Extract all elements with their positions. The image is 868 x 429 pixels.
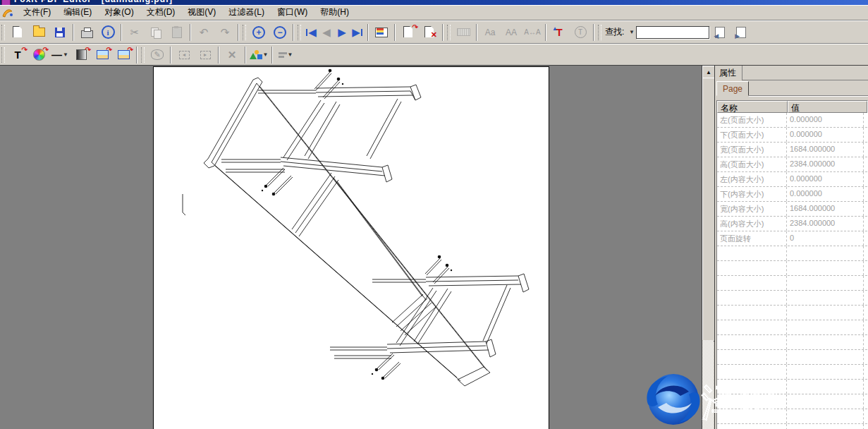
menu-filter[interactable]: 过滤器(L) bbox=[222, 5, 271, 20]
document-info-button[interactable]: i bbox=[97, 23, 118, 42]
menu-object[interactable]: 对象(O) bbox=[98, 5, 140, 20]
empty-row[interactable] bbox=[717, 320, 867, 335]
empty-row[interactable] bbox=[717, 276, 867, 291]
open-folder-icon bbox=[33, 28, 45, 37]
line-style-button[interactable]: —▼ bbox=[49, 46, 71, 64]
page-thumbnails-button[interactable] bbox=[371, 23, 392, 42]
edit-shading-button[interactable] bbox=[71, 46, 92, 64]
new-document-button[interactable] bbox=[7, 23, 28, 42]
zoom-out-icon: − bbox=[274, 26, 286, 39]
find-options-dropdown[interactable]: ▼ bbox=[626, 23, 636, 42]
tab-page[interactable]: Page bbox=[716, 81, 749, 96]
toolbar-grip[interactable] bbox=[598, 25, 601, 40]
toolbar-grip[interactable] bbox=[243, 25, 246, 40]
add-text-button[interactable]: T▲ bbox=[549, 23, 570, 42]
pdf-page[interactable] bbox=[153, 66, 549, 429]
find-next-icon: ▶ bbox=[736, 27, 746, 38]
touchup-object-button[interactable]: ✎ bbox=[147, 46, 168, 64]
empty-row[interactable] bbox=[717, 350, 867, 365]
table-row[interactable]: 高(页面大小) 2384.000000 bbox=[717, 157, 867, 172]
edit-text-button[interactable]: T bbox=[7, 46, 28, 64]
first-page-button[interactable]: ◀ bbox=[303, 23, 319, 42]
empty-row[interactable] bbox=[717, 291, 867, 306]
find-previous-button[interactable]: ◀ bbox=[709, 23, 731, 42]
row-filler bbox=[864, 335, 867, 349]
table-row[interactable]: 下(内容大小) 0.000000 bbox=[717, 187, 867, 202]
header-name[interactable]: 名称 bbox=[717, 101, 788, 113]
scrollbar-track[interactable] bbox=[702, 340, 714, 429]
menu-view[interactable]: 视图(V) bbox=[181, 5, 222, 20]
table-row[interactable]: 宽(内容大小) 1684.000000 bbox=[717, 202, 867, 217]
next-page-button[interactable]: ▶ bbox=[334, 23, 350, 42]
table-row[interactable]: 页面旋转 0 bbox=[717, 231, 867, 246]
replace-image-button[interactable] bbox=[113, 46, 134, 64]
copy-button[interactable] bbox=[145, 23, 166, 42]
table-row[interactable]: 高(内容大小) 2384.000000 bbox=[717, 217, 867, 231]
toolbar-grip[interactable] bbox=[1, 25, 5, 40]
find-input[interactable] bbox=[636, 26, 709, 39]
scrollbar-thumb[interactable] bbox=[702, 78, 715, 342]
last-page-button[interactable]: ▶ bbox=[350, 23, 365, 42]
empty-row[interactable] bbox=[717, 409, 867, 424]
redo-button[interactable]: ↷ bbox=[214, 23, 236, 42]
table-row[interactable]: 左(内容大小) 0.000000 bbox=[717, 172, 867, 187]
table-row[interactable]: 宽(页面大小) 1684.000000 bbox=[717, 143, 867, 157]
app-window: { "window": { "title": "Foxit PDF Editor… bbox=[0, 0, 868, 429]
insert-page-button[interactable] bbox=[398, 23, 419, 42]
delete-object-button[interactable]: ✕ bbox=[221, 46, 243, 64]
font-style-button[interactable]: Aa bbox=[479, 23, 501, 42]
toolbar-grip[interactable] bbox=[298, 25, 301, 40]
clipboard-icon bbox=[172, 27, 182, 38]
find-next-button[interactable]: ▶ bbox=[731, 23, 752, 42]
open-document-button[interactable] bbox=[28, 23, 49, 42]
menu-help[interactable]: 帮助(H) bbox=[314, 5, 355, 20]
undo-button[interactable]: ↶ bbox=[193, 23, 214, 42]
header-value[interactable]: 值 bbox=[788, 101, 867, 113]
table-row[interactable]: 下(页面大小) 0.000000 bbox=[717, 128, 867, 143]
delete-page-button[interactable]: ✕ bbox=[419, 23, 440, 42]
empty-row[interactable] bbox=[717, 394, 867, 409]
cut-button[interactable]: ✂ bbox=[124, 23, 145, 42]
menu-window[interactable]: 窗口(W) bbox=[271, 5, 314, 20]
paste-button[interactable] bbox=[166, 23, 188, 42]
char-spacing-button[interactable]: A↔A bbox=[522, 23, 543, 42]
align-objects-button[interactable]: ▼ bbox=[275, 46, 296, 64]
table-row[interactable]: 左(页面大小) 0.000000 bbox=[717, 113, 867, 128]
empty-cell bbox=[787, 261, 864, 275]
zoom-out-button[interactable]: − bbox=[269, 23, 291, 42]
scissors-icon: ✂ bbox=[130, 27, 140, 37]
previous-page-button[interactable]: ◀ bbox=[319, 23, 334, 42]
next-object-button[interactable]: ▸ bbox=[195, 46, 216, 64]
menu-edit[interactable]: 编辑(E) bbox=[57, 5, 98, 20]
toolbar-grip[interactable] bbox=[447, 25, 451, 40]
empty-cell bbox=[717, 409, 787, 423]
vertical-scrollbar[interactable]: ▲ bbox=[702, 66, 714, 429]
empty-row[interactable] bbox=[717, 306, 867, 320]
copy-icon bbox=[151, 28, 161, 37]
zoom-in-icon: + bbox=[252, 26, 265, 39]
empty-row[interactable] bbox=[717, 246, 867, 261]
menu-file[interactable]: 文件(F) bbox=[17, 5, 57, 20]
keyboard-input-button[interactable] bbox=[453, 23, 474, 42]
toolbar-grip[interactable] bbox=[141, 47, 145, 63]
empty-row[interactable] bbox=[717, 261, 867, 276]
empty-row[interactable] bbox=[717, 380, 867, 394]
previous-object-button[interactable]: ◂ bbox=[173, 46, 195, 64]
print-button[interactable] bbox=[76, 23, 97, 42]
printer-icon bbox=[81, 30, 93, 38]
empty-row[interactable] bbox=[717, 365, 867, 380]
edit-image-button[interactable] bbox=[92, 46, 113, 64]
insert-shape-button[interactable]: ▼ bbox=[248, 46, 269, 64]
empty-row[interactable] bbox=[717, 335, 867, 350]
text-bounds-button[interactable]: T bbox=[570, 23, 591, 42]
font-size-button[interactable]: AA bbox=[501, 23, 522, 42]
toolbar-grip[interactable] bbox=[1, 47, 5, 63]
edit-color-button[interactable] bbox=[28, 46, 49, 64]
property-value: 2384.000000 bbox=[787, 157, 864, 171]
zoom-in-button[interactable]: + bbox=[248, 23, 269, 42]
empty-cell bbox=[717, 291, 787, 305]
empty-row[interactable] bbox=[717, 424, 867, 429]
menu-document[interactable]: 文档(D) bbox=[140, 5, 182, 20]
save-document-button[interactable] bbox=[49, 23, 71, 42]
document-workspace[interactable] bbox=[0, 66, 702, 429]
